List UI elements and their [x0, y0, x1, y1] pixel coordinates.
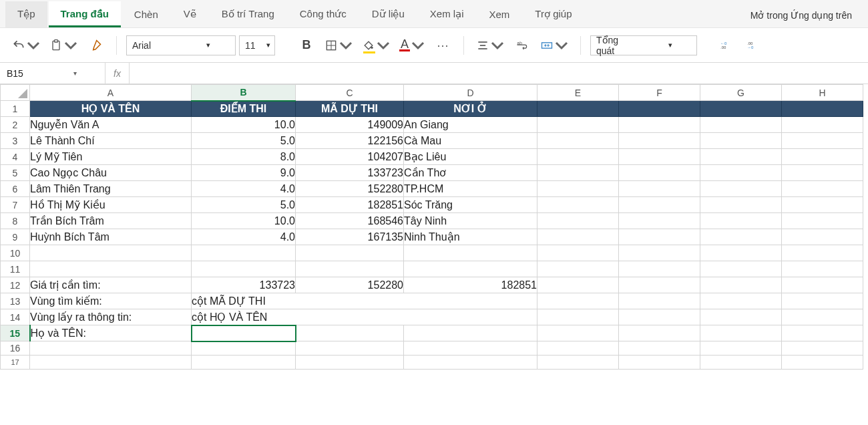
tab-insert[interactable]: Chèn [122, 2, 170, 27]
tab-view[interactable]: Xem [477, 2, 522, 27]
cell[interactable]: Cao Ngọc Châu [30, 165, 192, 181]
cell[interactable] [619, 341, 700, 356]
cell[interactable]: An Giang [404, 117, 537, 133]
col-header-C[interactable]: C [296, 85, 404, 101]
cell[interactable] [782, 341, 863, 356]
cell[interactable] [700, 277, 782, 293]
cell[interactable] [537, 245, 619, 261]
cell[interactable] [619, 277, 700, 293]
row-header[interactable]: 6 [1, 181, 30, 197]
cell[interactable] [619, 261, 700, 277]
cell[interactable]: cột HỌ VÀ TÊN [192, 309, 537, 325]
col-header-G[interactable]: G [700, 85, 782, 101]
cell[interactable] [619, 325, 700, 341]
cell[interactable] [30, 261, 192, 277]
cell[interactable] [537, 277, 619, 293]
merge-cells-button[interactable] [537, 34, 571, 57]
cell[interactable]: 4.0 [192, 229, 296, 245]
row-header[interactable]: 2 [1, 117, 30, 133]
cell[interactable] [700, 165, 782, 181]
row-header[interactable]: 17 [1, 356, 30, 370]
font-color-button[interactable]: A [397, 34, 427, 57]
cell[interactable] [404, 341, 537, 356]
cell[interactable] [619, 309, 700, 325]
cell[interactable]: Tây Ninh [404, 213, 537, 229]
undo-button[interactable] [9, 34, 43, 57]
cell[interactable]: Huỳnh Bích Tâm [30, 229, 192, 245]
cell[interactable]: 168546 [296, 213, 404, 229]
col-header-E[interactable]: E [537, 85, 619, 101]
cell[interactable]: 133723 [192, 277, 296, 293]
borders-button[interactable] [322, 34, 355, 57]
cell[interactable] [700, 197, 782, 213]
tab-help[interactable]: Trợ giúp [523, 1, 584, 27]
row-header[interactable]: 7 [1, 197, 30, 213]
cell[interactable]: Giá trị cần tìm: [30, 277, 192, 293]
col-header-H[interactable]: H [782, 85, 863, 101]
cell[interactable]: Họ và TÊN: [30, 325, 192, 341]
cell[interactable] [296, 261, 404, 277]
cell[interactable]: 122156 [296, 133, 404, 149]
cell[interactable] [700, 117, 782, 133]
fx-icon[interactable]: fx [105, 63, 130, 84]
formula-input[interactable] [130, 63, 868, 84]
cell[interactable] [537, 149, 619, 165]
cell[interactable] [782, 325, 863, 341]
cell[interactable] [619, 245, 700, 261]
cell[interactable]: 133723 [296, 165, 404, 181]
row-header[interactable]: 14 [1, 309, 30, 325]
cell[interactable]: Vùng tìm kiếm: [30, 293, 192, 309]
row-header[interactable]: 15 [1, 325, 30, 341]
cell[interactable]: 182851 [404, 277, 537, 293]
tab-formulas[interactable]: Công thức [288, 1, 359, 27]
cell[interactable] [537, 133, 619, 149]
cell[interactable] [537, 117, 619, 133]
cell[interactable]: Lý Mỹ Tiên [30, 149, 192, 165]
cell[interactable]: TP.HCM [404, 181, 537, 197]
cell[interactable] [404, 356, 537, 370]
row-header[interactable]: 11 [1, 261, 30, 277]
cell[interactable] [404, 261, 537, 277]
cell[interactable] [296, 325, 404, 341]
open-in-desktop-app[interactable]: Mở trong Ứng dụng trên [740, 3, 863, 27]
row-header[interactable]: 5 [1, 165, 30, 181]
cell[interactable] [296, 356, 404, 370]
cell[interactable] [782, 181, 863, 197]
selected-cell[interactable] [192, 325, 296, 341]
select-all-corner[interactable] [1, 85, 30, 101]
cell[interactable] [404, 325, 537, 341]
row-header[interactable]: 12 [1, 277, 30, 293]
horizontal-align-button[interactable] [473, 34, 507, 57]
cell[interactable] [700, 213, 782, 229]
spreadsheet-grid[interactable]: A B C D E F G H 1 HỌ VÀ TÊN ĐIỂM THI MÃ … [0, 84, 868, 425]
tab-file[interactable]: Tệp [5, 1, 47, 27]
cell[interactable]: 8.0 [192, 149, 296, 165]
row-header[interactable]: 8 [1, 213, 30, 229]
cell[interactable] [782, 213, 863, 229]
cell[interactable] [619, 229, 700, 245]
cell[interactable] [296, 245, 404, 261]
cell[interactable] [700, 245, 782, 261]
tab-draw[interactable]: Vẽ [172, 1, 208, 27]
cell[interactable]: Hồ Thị Mỹ Kiều [30, 197, 192, 213]
cell[interactable] [700, 356, 782, 370]
cell[interactable]: ĐIỂM THI [192, 101, 296, 117]
cell[interactable]: 9.0 [192, 165, 296, 181]
cell[interactable] [700, 149, 782, 165]
cell[interactable] [192, 356, 296, 370]
tab-data[interactable]: Dữ liệu [360, 1, 417, 27]
cell[interactable] [192, 245, 296, 261]
cell[interactable]: 167135 [296, 229, 404, 245]
cell[interactable] [537, 101, 619, 117]
cell[interactable]: Bạc Liêu [404, 149, 537, 165]
cell[interactable]: Ninh Thuận [404, 229, 537, 245]
row-header[interactable]: 4 [1, 149, 30, 165]
row-header[interactable]: 13 [1, 293, 30, 309]
cell[interactable] [700, 341, 782, 356]
cell[interactable]: 4.0 [192, 181, 296, 197]
cell[interactable] [619, 197, 700, 213]
cell[interactable]: Lâm Thiên Trang [30, 181, 192, 197]
cell[interactable]: Sóc Trăng [404, 197, 537, 213]
cell[interactable] [619, 149, 700, 165]
cell[interactable] [30, 341, 192, 356]
